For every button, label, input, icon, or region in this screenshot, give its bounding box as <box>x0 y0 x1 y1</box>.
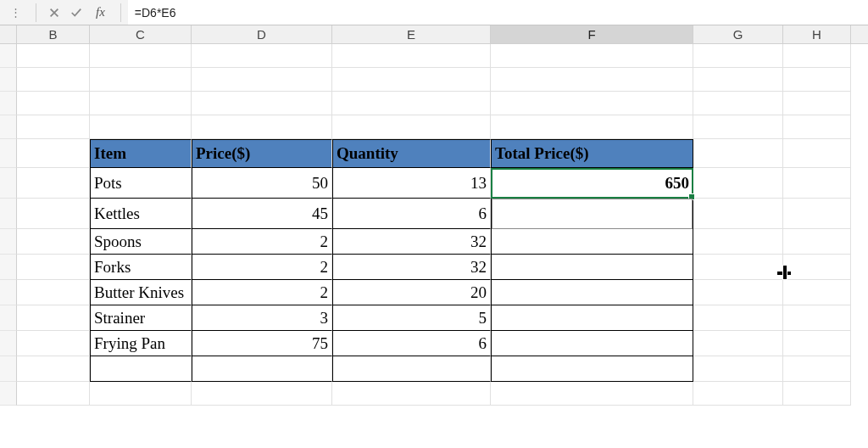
cell[interactable] <box>17 44 90 68</box>
cell[interactable] <box>192 356 332 382</box>
cell[interactable] <box>90 115 192 139</box>
cell[interactable] <box>491 92 693 115</box>
cell[interactable] <box>693 356 783 382</box>
cell-qty[interactable]: 6 <box>332 331 491 356</box>
cell[interactable] <box>693 68 783 92</box>
cell-total[interactable] <box>491 229 693 255</box>
cell[interactable] <box>783 356 851 382</box>
cell-price[interactable]: 2 <box>192 255 332 280</box>
cell[interactable] <box>491 382 693 406</box>
cell[interactable] <box>783 44 851 68</box>
cell[interactable] <box>783 68 851 92</box>
cell[interactable] <box>90 68 192 92</box>
cell[interactable] <box>491 356 693 382</box>
col-header-D[interactable]: D <box>192 25 332 43</box>
cell[interactable] <box>693 199 783 229</box>
cell[interactable] <box>17 139 90 168</box>
cell[interactable] <box>783 199 851 229</box>
cell[interactable] <box>693 168 783 199</box>
cell-price[interactable]: 2 <box>192 280 332 305</box>
cell-item[interactable]: Butter Knives <box>90 280 192 305</box>
table-header-price[interactable]: Price($) <box>192 139 332 168</box>
cell[interactable] <box>491 115 693 139</box>
cell[interactable] <box>693 115 783 139</box>
cell-total[interactable] <box>491 305 693 331</box>
cell[interactable] <box>90 44 192 68</box>
cell[interactable] <box>783 92 851 115</box>
cell[interactable] <box>17 115 90 139</box>
cell[interactable] <box>332 356 491 382</box>
cell[interactable] <box>783 280 851 305</box>
cell[interactable] <box>17 229 90 255</box>
select-all-corner[interactable] <box>0 25 17 43</box>
cell[interactable] <box>90 92 192 115</box>
cell-item[interactable]: Forks <box>90 255 192 280</box>
cell[interactable] <box>783 255 851 280</box>
col-header-C[interactable]: C <box>90 25 192 43</box>
cell[interactable] <box>783 305 851 331</box>
cell[interactable] <box>17 280 90 305</box>
cell[interactable] <box>491 68 693 92</box>
table-header-qty[interactable]: Quantity <box>332 139 491 168</box>
cell[interactable] <box>332 382 491 406</box>
cell[interactable] <box>90 356 192 382</box>
cell[interactable] <box>192 44 332 68</box>
cell-item[interactable]: Frying Pan <box>90 331 192 356</box>
cell[interactable] <box>693 92 783 115</box>
cell[interactable] <box>783 139 851 168</box>
cell-price[interactable]: 50 <box>192 168 332 199</box>
cell[interactable] <box>693 305 783 331</box>
cell-total[interactable] <box>491 280 693 305</box>
cell[interactable] <box>693 229 783 255</box>
cell[interactable] <box>17 356 90 382</box>
cell[interactable] <box>332 68 491 92</box>
cell-qty[interactable]: 20 <box>332 280 491 305</box>
cell[interactable] <box>192 115 332 139</box>
cell[interactable] <box>783 331 851 356</box>
cell-qty[interactable]: 13 <box>332 168 491 199</box>
cell[interactable] <box>693 139 783 168</box>
fx-button[interactable]: fx <box>91 5 110 20</box>
cell[interactable] <box>332 44 491 68</box>
cell[interactable] <box>192 382 332 406</box>
cell-total-selected[interactable]: 650 <box>491 168 693 199</box>
cell-price[interactable]: 75 <box>192 331 332 356</box>
cell[interactable] <box>693 280 783 305</box>
cell-qty[interactable]: 5 <box>332 305 491 331</box>
cell-qty[interactable]: 32 <box>332 255 491 280</box>
cell[interactable] <box>90 382 192 406</box>
cell[interactable] <box>332 115 491 139</box>
formula-input[interactable] <box>128 0 868 25</box>
cell[interactable] <box>332 92 491 115</box>
cell-item[interactable]: Kettles <box>90 199 192 229</box>
col-header-H[interactable]: H <box>783 25 851 43</box>
cell[interactable] <box>17 168 90 199</box>
cell-price[interactable]: 45 <box>192 199 332 229</box>
cell[interactable] <box>17 305 90 331</box>
cell-item[interactable]: Pots <box>90 168 192 199</box>
cell[interactable] <box>783 229 851 255</box>
spreadsheet-grid[interactable]: B C D E F G H Item Price($) Quantity Tot… <box>0 25 868 448</box>
cell[interactable] <box>693 382 783 406</box>
cell[interactable] <box>17 68 90 92</box>
cell[interactable] <box>783 168 851 199</box>
col-header-G[interactable]: G <box>693 25 783 43</box>
cell[interactable] <box>192 68 332 92</box>
cell-total[interactable] <box>491 331 693 356</box>
cell[interactable] <box>17 331 90 356</box>
table-header-item[interactable]: Item <box>90 139 192 168</box>
col-header-B[interactable]: B <box>17 25 90 43</box>
cell-total[interactable] <box>491 199 693 229</box>
cell[interactable] <box>783 382 851 406</box>
cell[interactable] <box>17 255 90 280</box>
cell[interactable] <box>491 44 693 68</box>
confirm-icon[interactable] <box>69 5 84 20</box>
cell[interactable] <box>693 44 783 68</box>
cell[interactable] <box>192 92 332 115</box>
cell[interactable] <box>783 115 851 139</box>
col-header-E[interactable]: E <box>332 25 491 43</box>
cell[interactable] <box>693 255 783 280</box>
cell[interactable] <box>17 92 90 115</box>
cell[interactable] <box>17 382 90 406</box>
cell-item[interactable]: Spoons <box>90 229 192 255</box>
